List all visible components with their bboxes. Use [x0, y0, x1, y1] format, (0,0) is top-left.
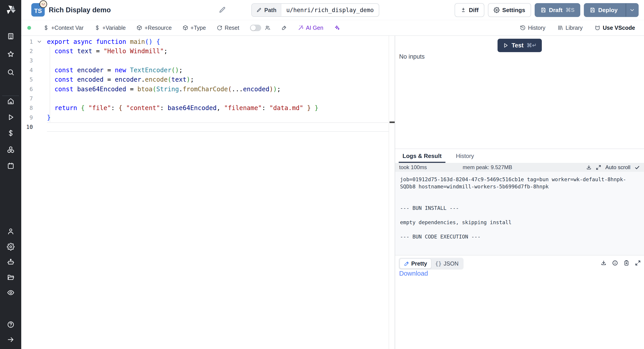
library-label: Library: [566, 25, 582, 31]
sidebar-item-audit-logs[interactable]: [6, 288, 15, 297]
code-line-1[interactable]: 1export async function main() {: [21, 37, 395, 46]
sidebar-item-variables[interactable]: [6, 129, 15, 138]
page-title: Rich Display demo: [49, 0, 111, 20]
line-number: 9: [21, 114, 33, 121]
toolbar-right: History Library Use VScode: [520, 25, 635, 31]
code-line-3[interactable]: 3: [21, 56, 395, 65]
deploy-label: Deploy: [598, 7, 618, 14]
line-number: 5: [21, 76, 33, 83]
ai-sparkles-button[interactable]: [334, 25, 340, 31]
path-label-segment: Path: [252, 4, 281, 16]
view-pretty-button[interactable]: Pretty: [400, 259, 431, 268]
line-number: 8: [21, 105, 33, 111]
sidebar: [0, 0, 21, 349]
code-line-2[interactable]: 2 const text = "Hello Windmill";: [21, 46, 395, 56]
download-file-link[interactable]: Download: [399, 270, 428, 277]
diff-button[interactable]: Diff: [454, 3, 484, 17]
pen-icon: [404, 261, 409, 266]
json-label: JSON: [444, 260, 459, 267]
sidebar-item-favorites[interactable]: [6, 50, 15, 59]
package-icon: [182, 25, 188, 31]
brush-icon: [281, 25, 287, 31]
sidebar-item-workers[interactable]: [6, 257, 15, 266]
users-icon: [265, 25, 270, 31]
sidebar-item-home[interactable]: [6, 97, 15, 106]
reset-button[interactable]: Reset: [217, 25, 239, 31]
sidebar-item-resources[interactable]: [6, 145, 15, 154]
code-line-10[interactable]: 10: [21, 122, 395, 132]
save-icon: [540, 7, 546, 13]
editor-toolbar: +Context Var +Variable +Resource +Type R…: [21, 20, 644, 36]
history-button[interactable]: History: [520, 25, 546, 31]
sidebar-item-folders[interactable]: [6, 273, 15, 282]
test-button[interactable]: Test ⌘↵: [498, 39, 542, 52]
expand-result-icon[interactable]: [635, 260, 641, 266]
library-icon: [558, 25, 563, 31]
test-label: Test: [512, 42, 524, 49]
help-icon: [7, 321, 14, 328]
sidebar-item-settings[interactable]: [6, 242, 15, 251]
add-resource-button[interactable]: +Resource: [136, 25, 172, 31]
code-line-9[interactable]: 9}: [21, 113, 395, 122]
code-line-6[interactable]: 6 const base64Encoded = btoa(String.from…: [21, 84, 395, 94]
ai-gen-button[interactable]: AI Gen: [298, 25, 323, 31]
sidebar-item-workspace[interactable]: [6, 32, 15, 41]
view-json-button[interactable]: {} JSON: [431, 259, 463, 268]
result-tabs: Logs & Result History: [395, 149, 644, 163]
pencil-icon: [256, 8, 262, 13]
code-line-8[interactable]: 8 return { "file": { "content": base64En…: [21, 103, 395, 113]
sidebar-item-schedules[interactable]: [6, 161, 15, 170]
sidebar-item-search[interactable]: [6, 68, 15, 77]
download-logs-icon[interactable]: [586, 165, 592, 170]
download-result-icon[interactable]: [600, 260, 607, 266]
windmill-logo[interactable]: [4, 4, 17, 16]
sidebar-item-users[interactable]: [6, 227, 15, 236]
add-type-button[interactable]: +Type: [182, 25, 206, 31]
settings-button[interactable]: Settings: [488, 3, 531, 17]
tab-history[interactable]: History: [452, 149, 478, 163]
resource-label: +Resource: [144, 25, 172, 31]
library-button[interactable]: Library: [558, 25, 582, 31]
sidebar-expand-button[interactable]: [6, 335, 15, 344]
code-line-5[interactable]: 5 const encoded = encoder.encode(text);: [21, 75, 395, 84]
sidebar-item-help[interactable]: [6, 320, 15, 329]
line-number: 7: [21, 95, 33, 102]
statusbar-icons: Auto scroll: [586, 164, 640, 170]
play-icon: [7, 113, 14, 121]
sidebar-item-runs[interactable]: [6, 113, 15, 122]
tab-logs-result[interactable]: Logs & Result: [399, 149, 446, 163]
line-number: 3: [21, 57, 33, 64]
expand-logs-icon[interactable]: [596, 165, 601, 170]
took-text: took 100ms: [399, 164, 427, 170]
job-logs[interactable]: job=01912d75-163d-8204-47c9-5469c516cb1e…: [395, 172, 644, 255]
auto-scroll-label: Auto scroll: [605, 164, 630, 170]
use-vscode-button[interactable]: Use VScode: [594, 25, 635, 31]
add-context-var-button[interactable]: +Context Var: [43, 25, 84, 31]
code-line-7[interactable]: 7: [21, 94, 395, 103]
editor-scrollbar[interactable]: [389, 36, 395, 349]
add-variable-button[interactable]: +Variable: [94, 25, 126, 31]
path-field[interactable]: Path u/henri/rich_display_demo: [251, 3, 379, 17]
deploy-button-group: Deploy: [584, 3, 639, 17]
run-panel: Test ⌘↵ No inputs Logs & Result History …: [395, 36, 644, 349]
code-editor[interactable]: 1export async function main() {2 const t…: [21, 36, 395, 349]
line-number: 2: [21, 48, 33, 54]
deploy-button[interactable]: Deploy: [584, 4, 623, 17]
cubes-icon: [7, 146, 14, 153]
code-line-4[interactable]: 4 const encoder = new TextEncoder();: [21, 65, 395, 75]
fold-chevron-icon[interactable]: [36, 39, 42, 45]
info-icon[interactable]: [612, 260, 618, 266]
edit-summary-button[interactable]: [218, 6, 226, 14]
check-icon[interactable]: [634, 165, 640, 170]
header-actions: Diff Settings Draft ⌘S Deploy: [454, 3, 639, 17]
copy-clipboard-icon[interactable]: [624, 260, 630, 266]
language-badge: TS: [31, 3, 45, 17]
history-label: History: [528, 25, 546, 31]
deploy-dropdown-button[interactable]: [626, 4, 638, 17]
format-code-button[interactable]: [281, 25, 287, 31]
draft-label: Draft: [549, 7, 562, 14]
draft-button[interactable]: Draft ⌘S: [535, 3, 580, 17]
type-label: +Type: [190, 25, 206, 31]
multiplayer-toggle[interactable]: [250, 25, 261, 31]
header: TS Rich Display demo Path u/henri/rich_d…: [21, 0, 644, 20]
